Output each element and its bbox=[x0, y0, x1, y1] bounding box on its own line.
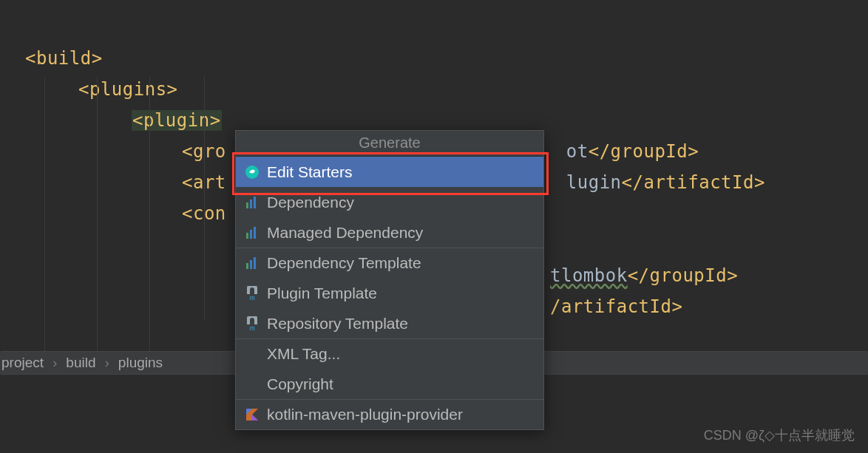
code-line[interactable]: <plugins> bbox=[25, 74, 868, 105]
svg-rect-4 bbox=[246, 233, 248, 239]
svg-rect-8 bbox=[250, 260, 252, 269]
menu-item-label: Dependency Template bbox=[267, 254, 421, 272]
indent-guide bbox=[204, 77, 205, 321]
generate-popup: Generate Edit StartersDependencyManaged … bbox=[235, 130, 544, 430]
breadcrumb-item[interactable]: plugins bbox=[118, 355, 163, 371]
svg-marker-14 bbox=[252, 415, 258, 420]
spring-icon bbox=[245, 165, 260, 180]
kotlin-icon bbox=[245, 407, 260, 422]
menu-item-label: Repository Template bbox=[267, 315, 408, 333]
indent-guide bbox=[149, 77, 150, 358]
svg-text:m: m bbox=[249, 324, 254, 331]
menu-item-xml-tag[interactable]: XML Tag... bbox=[236, 338, 543, 369]
svg-rect-1 bbox=[246, 202, 248, 208]
menu-item-dependency-template[interactable]: Dependency Template bbox=[236, 248, 543, 278]
popup-title: Generate bbox=[236, 131, 543, 157]
scrollbar[interactable] bbox=[857, 0, 868, 453]
menu-item-managed-dependency[interactable]: Managed Dependency bbox=[236, 217, 543, 248]
svg-text:m: m bbox=[249, 293, 254, 301]
code-line[interactable]: <build> bbox=[25, 43, 868, 74]
menu-item-kotlin-maven-plugin-provider[interactable]: kotlin-maven-plugin-provider bbox=[236, 399, 543, 429]
indent-guide bbox=[44, 77, 45, 358]
m-icon: m bbox=[245, 286, 260, 301]
indent-guide bbox=[97, 77, 98, 358]
svg-rect-2 bbox=[250, 200, 252, 208]
watermark: CSDN @ζ◇十点半就睡觉 bbox=[704, 426, 855, 444]
menu-item-label: kotlin-maven-plugin-provider bbox=[267, 406, 463, 423]
svg-rect-7 bbox=[246, 263, 248, 269]
menu-item-copyright[interactable]: Copyright bbox=[236, 369, 543, 399]
svg-rect-9 bbox=[254, 257, 256, 269]
menu-item-repository-template[interactable]: mRepository Template bbox=[236, 308, 543, 338]
bars-icon bbox=[245, 225, 260, 240]
breadcrumb-item[interactable]: build bbox=[66, 355, 95, 371]
m-icon: m bbox=[245, 316, 260, 331]
menu-item-label: Plugin Template bbox=[267, 285, 377, 302]
svg-rect-5 bbox=[250, 230, 252, 239]
svg-rect-3 bbox=[254, 197, 256, 208]
chevron-right-icon: › bbox=[52, 355, 57, 371]
menu-item-dependency[interactable]: Dependency bbox=[236, 187, 543, 217]
menu-item-label: Copyright bbox=[267, 375, 333, 393]
menu-item-edit-starters[interactable]: Edit Starters bbox=[236, 157, 543, 187]
svg-rect-6 bbox=[254, 227, 256, 239]
breadcrumb-item[interactable]: project bbox=[1, 355, 44, 371]
chevron-right-icon: › bbox=[105, 355, 109, 371]
menu-item-label: Edit Starters bbox=[267, 163, 353, 181]
bars-icon bbox=[245, 195, 260, 210]
menu-item-plugin-template[interactable]: mPlugin Template bbox=[236, 278, 543, 308]
menu-item-label: XML Tag... bbox=[267, 345, 340, 363]
bars-icon bbox=[245, 256, 260, 270]
menu-item-label: Dependency bbox=[267, 194, 354, 211]
menu-item-label: Managed Dependency bbox=[267, 224, 423, 242]
